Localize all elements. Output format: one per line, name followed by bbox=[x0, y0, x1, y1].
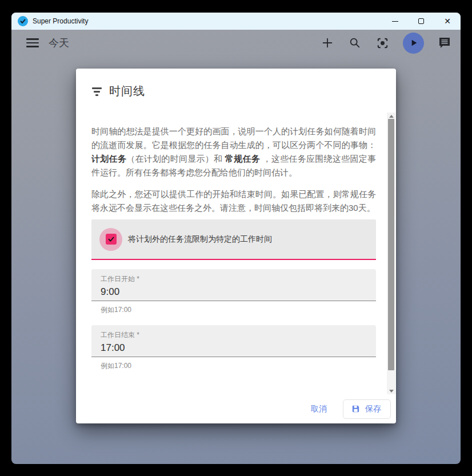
checkbox-label: 将计划外的任务流限制为特定的工作时间 bbox=[128, 234, 272, 245]
maximize-icon bbox=[418, 18, 424, 24]
workday-end-field[interactable]: 工作日结束 * 17:00 bbox=[91, 325, 376, 357]
dialog-scrollbar[interactable] bbox=[387, 113, 395, 394]
add-task-button[interactable] bbox=[321, 36, 334, 50]
focus-mode-button[interactable] bbox=[375, 36, 389, 50]
workday-start-hint: 例如17:00 bbox=[91, 301, 376, 315]
workday-start-label: 工作日开始 * bbox=[101, 274, 367, 284]
checkbox-ripple bbox=[99, 228, 122, 251]
app-logo-icon bbox=[18, 16, 28, 26]
minimize-button[interactable] bbox=[382, 13, 408, 30]
close-icon: ✕ bbox=[444, 17, 451, 25]
menu-button[interactable] bbox=[26, 38, 39, 47]
titlebar: Super Productivity ✕ bbox=[11, 13, 461, 30]
workday-end-label: 工作日结束 * bbox=[101, 330, 367, 340]
checkmark-icon bbox=[107, 235, 115, 243]
search-icon bbox=[349, 37, 361, 49]
minimize-icon bbox=[392, 21, 398, 22]
intro-paragraph-1: 时间轴的想法是提供一个更好的画面，说明一个人的计划任务如何随着时间的流逝而发展。… bbox=[91, 125, 376, 179]
work-hours-checkbox-row[interactable]: 将计划外的任务流限制为特定的工作时间 bbox=[91, 219, 376, 260]
workday-end-hint: 例如17:00 bbox=[91, 357, 376, 371]
scrollbar-thumb[interactable] bbox=[388, 119, 394, 370]
play-button[interactable] bbox=[403, 33, 424, 54]
feedback-button[interactable] bbox=[438, 36, 451, 50]
window-title: Super Productivity bbox=[33, 17, 88, 25]
save-button[interactable]: 保存 bbox=[343, 399, 391, 419]
search-button[interactable] bbox=[348, 36, 362, 50]
intro-paragraph-2: 除此之外，您还可以提供工作的开始和结束时间。如果已配置，则常规任务将永远不会显示… bbox=[91, 187, 376, 215]
comment-icon bbox=[438, 36, 451, 50]
maximize-button[interactable] bbox=[408, 13, 434, 30]
focus-icon bbox=[376, 37, 389, 50]
plus-icon bbox=[321, 37, 334, 49]
dialog-footer: 取消 保存 bbox=[76, 394, 396, 423]
filter-icon bbox=[91, 86, 102, 96]
cancel-button[interactable]: 取消 bbox=[301, 399, 337, 419]
close-button[interactable]: ✕ bbox=[434, 13, 461, 30]
work-hours-checkbox[interactable] bbox=[106, 234, 117, 245]
save-button-label: 保存 bbox=[365, 404, 381, 414]
workday-end-input[interactable]: 17:00 bbox=[101, 342, 367, 354]
app-window: Super Productivity ✕ 今天 bbox=[11, 13, 461, 464]
timeline-dialog: 时间线 时间轴的想法是提供一个更好的画面，说明一个人的计划任务如何随着时间的流逝… bbox=[76, 69, 396, 423]
dialog-content: 时间轴的想法是提供一个更好的画面，说明一个人的计划任务如何随着时间的流逝而发展。… bbox=[91, 113, 376, 394]
workday-start-field[interactable]: 工作日开始 * 9:00 bbox=[91, 269, 376, 301]
scroll-down-arrow[interactable] bbox=[387, 387, 395, 394]
dialog-title: 时间线 bbox=[109, 83, 145, 99]
main-toolbar: 今天 bbox=[11, 30, 461, 56]
workday-start-input[interactable]: 9:00 bbox=[101, 286, 367, 298]
play-icon bbox=[409, 38, 418, 47]
page-title: 今天 bbox=[49, 36, 69, 50]
dialog-header: 时间线 bbox=[91, 83, 145, 99]
save-icon bbox=[351, 404, 361, 414]
